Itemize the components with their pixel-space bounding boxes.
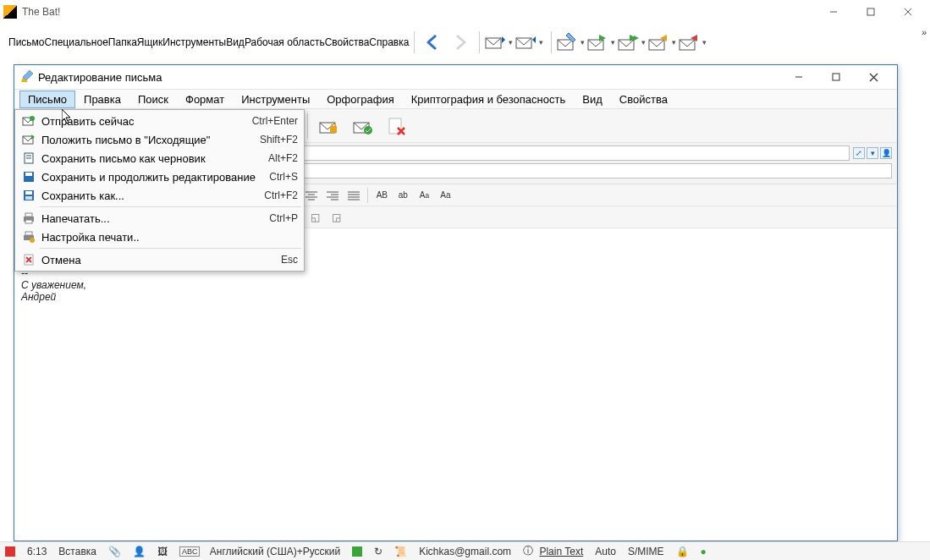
outer-menu-folder[interactable]: Папка (108, 36, 137, 48)
separator (367, 188, 368, 203)
nav-back-button[interactable] (420, 29, 447, 56)
status-smime[interactable]: S/MIME (628, 546, 664, 557)
outer-menu-mailbox[interactable]: Ящик (137, 36, 163, 48)
message-body[interactable]: -- С уважением, Андрей (14, 228, 897, 541)
svg-point-34 (364, 126, 372, 135)
outer-maximize-button[interactable] (852, 2, 889, 22)
cell-align-2-icon[interactable]: ◱ (305, 209, 324, 226)
separator (551, 31, 552, 53)
status-attachment-icon[interactable]: 📎 (108, 546, 121, 557)
menu-item-cancel[interactable]: ОтменаEsc (16, 250, 303, 269)
ed-menu-spelling[interactable]: Орфография (318, 91, 402, 108)
case-button[interactable]: Aa (435, 186, 455, 205)
outer-menu-properties[interactable]: Свойства (325, 36, 370, 48)
hdr-expand-icon[interactable]: ⤢ (853, 147, 865, 159)
receive-mail-button[interactable]: ▾ (485, 30, 515, 55)
toolbar-overflow-icon[interactable]: » (922, 27, 927, 37)
menu-item-shortcut: Ctrl+P (269, 212, 298, 224)
tb-encrypt-button[interactable] (311, 112, 345, 140)
menu-item-outbox[interactable]: Положить письмо в "Исходящие"Shift+F2 (16, 130, 303, 149)
menu-item-save-cont[interactable]: Сохранить и продолжить редактированиеCtr… (16, 167, 303, 186)
status-signed-icon[interactable]: ● (701, 546, 707, 557)
tb-cancel-button[interactable] (379, 112, 413, 140)
hdr-collapse-icon[interactable]: ▾ (867, 147, 878, 159)
status-language[interactable]: ABC Английский (США)+Русский (179, 546, 340, 557)
outer-minimize-button[interactable] (815, 2, 852, 22)
svg-rect-71 (25, 220, 32, 223)
outer-menu-view[interactable]: Вид (226, 36, 245, 48)
outbox-icon (19, 134, 38, 145)
outer-menu-help[interactable]: Справка (369, 36, 409, 48)
separator (307, 113, 308, 139)
status-encoding[interactable]: Auto (595, 546, 616, 557)
new-mail-button[interactable]: ▾ (557, 30, 587, 55)
draft-icon (19, 152, 38, 164)
status-lock-icon[interactable]: 🔒 (676, 546, 689, 557)
status-account[interactable]: Kichkas@gmail.com (419, 546, 511, 557)
reply-button[interactable]: ▾ (587, 30, 618, 55)
cell-align-3-icon[interactable]: ◲ (327, 209, 345, 226)
menu-item-shortcut: Alt+F2 (268, 152, 298, 164)
ed-menu-letter[interactable]: Письмо (19, 91, 75, 108)
ed-menu-tools[interactable]: Инструменты (233, 91, 318, 108)
menu-item-label: Сохранить как... (38, 189, 264, 202)
outer-menu-workspace[interactable]: Рабочая область (245, 36, 325, 48)
outer-close-button[interactable] (889, 2, 927, 22)
print-setup-icon (19, 231, 38, 243)
status-cert-icon[interactable]: 📜 (394, 546, 407, 557)
status-image-icon[interactable]: 🖼 (157, 546, 168, 557)
ed-menu-edit[interactable]: Правка (75, 91, 129, 108)
svg-rect-68 (25, 196, 32, 200)
send-mail-button[interactable]: ▾ (515, 30, 546, 55)
menu-item-save-as[interactable]: Сохранить как...Ctrl+F2 (16, 186, 303, 205)
app-title: The Bat! (22, 6, 60, 18)
editor-close-button[interactable] (855, 67, 892, 87)
outer-menu-special[interactable]: Специальное (45, 36, 108, 48)
align-right-button[interactable] (322, 186, 343, 205)
reply-all-button[interactable]: ▾ (618, 30, 648, 55)
status-contact-icon[interactable]: 👤 (133, 546, 146, 557)
svg-rect-32 (330, 126, 337, 133)
status-sync-icon[interactable]: ↻ (374, 546, 382, 557)
menu-item-print[interactable]: Напечатать...Ctrl+P (16, 209, 303, 228)
menu-item-shortcut: Esc (281, 254, 298, 266)
ed-menu-format[interactable]: Формат (177, 91, 233, 108)
menu-item-label: Отмена (38, 254, 281, 266)
editor-minimize-button[interactable] (780, 67, 817, 87)
ed-menu-crypto[interactable]: Криптография и безопасность (403, 91, 575, 108)
menu-item-label: Настройка печати.. (38, 231, 298, 244)
ed-menu-view[interactable]: Вид (574, 91, 611, 108)
svg-rect-70 (25, 213, 32, 217)
outer-menu-tools[interactable]: Инструменты (162, 36, 226, 48)
cancel-icon (19, 254, 38, 266)
ed-menu-props[interactable]: Свойства (611, 91, 676, 108)
menu-item-print-setup[interactable]: Настройка печати.. (16, 228, 303, 246)
send-icon (19, 115, 38, 127)
ed-menu-search[interactable]: Поиск (129, 91, 177, 108)
editor-menubar: Письмо Правка Поиск Формат Инструменты О… (14, 89, 897, 109)
print-icon (19, 212, 38, 224)
redirect-button[interactable]: ▾ (679, 30, 709, 55)
menu-item-shortcut: Ctrl+Enter (252, 115, 298, 127)
editor-titlebar: Редактирование письма (14, 65, 897, 89)
nav-forward-button[interactable] (447, 29, 474, 56)
forward-button[interactable]: ▾ (648, 30, 679, 55)
outer-menu-letter[interactable]: Письмо (8, 36, 45, 48)
menu-item-shortcut: Ctrl+F2 (264, 189, 298, 201)
status-format[interactable]: ⓘ Plain Text (523, 544, 583, 558)
lowercase-button[interactable]: ab (393, 186, 413, 205)
align-justify-button[interactable] (344, 186, 364, 205)
menu-item-label: Сохранить и продолжить редактирование (38, 171, 269, 184)
editor-maximize-button[interactable] (817, 67, 855, 87)
smallcaps-button[interactable]: AB (371, 186, 392, 205)
tb-sign-button[interactable] (345, 112, 379, 140)
status-online-icon (352, 546, 362, 557)
menu-item-send[interactable]: Отправить сейчасCtrl+Enter (16, 112, 303, 130)
editor-title: Редактирование письма (38, 71, 162, 84)
hdr-addressbook-icon[interactable]: 👤 (880, 147, 892, 159)
svg-rect-35 (389, 118, 401, 134)
subscript-button[interactable]: Aa (414, 186, 434, 205)
signature-line1: С уважением, (21, 279, 890, 291)
svg-rect-1 (867, 8, 874, 15)
menu-item-draft[interactable]: Сохранить письмо как черновикAlt+F2 (16, 149, 303, 167)
